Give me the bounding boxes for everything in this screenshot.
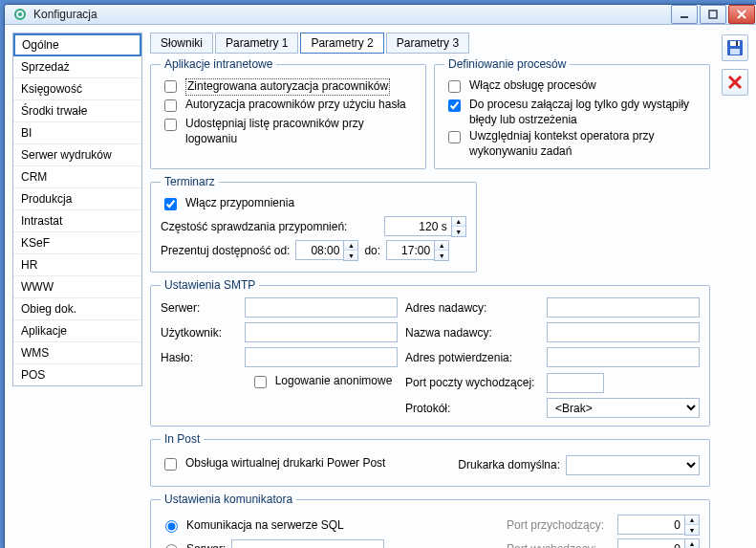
scheduler-freq-spin[interactable]: ▲▼ (384, 216, 466, 237)
inpost-printer-label: Drukarka domyślna: (458, 458, 560, 471)
sidebar-item[interactable]: CRM (13, 166, 141, 188)
messenger-server-input[interactable] (231, 539, 384, 548)
save-button[interactable] (722, 34, 748, 61)
messenger-port-out-spin[interactable]: ▲▼ (617, 538, 700, 548)
messenger-port-out-input[interactable] (617, 538, 684, 548)
smtp-sender-name-label: Nazwa nadawcy: (405, 326, 539, 340)
messenger-fieldset: Ustawienia komunikatora Komunikacja na s… (150, 493, 710, 548)
spin-up-icon[interactable]: ▲ (435, 241, 448, 251)
sidebar-item[interactable]: Aplikacje (13, 320, 141, 342)
messenger-radio-server[interactable] (165, 544, 178, 548)
scheduler-from-input[interactable] (295, 240, 343, 260)
spin-up-icon[interactable]: ▲ (344, 241, 357, 251)
processes-opt2-checkbox[interactable] (448, 99, 461, 112)
messenger-radio-sql-label: Komunikacja na serwerze SQL (186, 518, 344, 532)
smtp-sender-addr-label: Adres nadawcy: (405, 301, 539, 315)
sidebar-item[interactable]: Produkcja (13, 188, 141, 210)
sidebar-item[interactable]: POS (13, 364, 141, 385)
sidebar-item[interactable]: WMS (13, 342, 141, 364)
processes-opt3-checkbox[interactable] (448, 131, 461, 143)
spin-down-icon[interactable]: ▼ (344, 251, 357, 260)
sidebar-item[interactable]: BI (13, 122, 141, 144)
tab[interactable]: Słowniki (150, 33, 213, 54)
smtp-confirm-addr-input[interactable] (547, 347, 700, 367)
smtp-out-port-label: Port poczty wychodzącej: (405, 376, 539, 389)
spin-up-icon[interactable]: ▲ (452, 217, 465, 227)
scheduler-opt1[interactable]: Włącz przypomnienia (161, 196, 466, 213)
minimize-button[interactable] (671, 5, 698, 24)
maximize-button[interactable] (700, 5, 726, 24)
sidebar-item[interactable]: KSeF (13, 232, 141, 254)
smtp-user-label: Użytkownik: (161, 326, 237, 340)
messenger-port-in-spin[interactable]: ▲▼ (617, 515, 700, 536)
inpost-opt1-checkbox[interactable] (164, 458, 177, 471)
spin-down-icon[interactable]: ▼ (452, 227, 465, 236)
tab[interactable]: Parametry 3 (386, 33, 469, 54)
close-button[interactable] (728, 5, 755, 24)
processes-opt1-checkbox[interactable] (448, 80, 461, 93)
messenger-port-out-label: Port wychodzący: (507, 542, 612, 548)
titlebar: Konfiguracja (5, 5, 756, 25)
sidebar-item[interactable]: Księgowość (13, 78, 141, 100)
intranet-opt2-checkbox[interactable] (164, 99, 177, 112)
spin-down-icon[interactable]: ▼ (435, 251, 448, 260)
messenger-legend: Ustawienia komunikatora (161, 493, 296, 506)
inpost-opt1[interactable]: Obsługa wirtualnej drukarki Power Post (161, 456, 385, 473)
messenger-port-in-input[interactable] (617, 515, 684, 535)
processes-opt1[interactable]: Włącz obsługę procesów (444, 78, 700, 96)
smtp-fieldset: Ustawienia SMTP Serwer: Adres nadawcy: U… (150, 278, 710, 427)
smtp-sender-name-input[interactable] (547, 322, 700, 342)
intranet-opt1[interactable]: Zintegrowana autoryzacja pracowników (161, 78, 416, 96)
scheduler-freq-input[interactable] (384, 216, 451, 236)
processes-opt3[interactable]: Uwzględniaj kontekst operatora przy wyko… (444, 129, 700, 159)
messenger-radio-sql[interactable] (165, 520, 178, 533)
smtp-anon[interactable]: Logowanie anonimowe (245, 374, 398, 391)
inpost-printer-select[interactable] (566, 455, 700, 475)
intranet-opt3[interactable]: Udostępniaj listę pracowników przy logow… (161, 117, 416, 146)
close-icon (727, 75, 743, 90)
sidebar-item[interactable]: Obieg dok. (13, 298, 141, 320)
scheduler-to-input[interactable] (386, 240, 434, 260)
tab[interactable]: Parametry 1 (215, 33, 298, 54)
smtp-out-port-input[interactable] (547, 373, 604, 393)
smtp-confirm-addr-label: Adres potwierdzenia: (405, 351, 539, 364)
cancel-button[interactable] (722, 69, 748, 96)
scheduler-to-spin[interactable]: ▲▼ (386, 240, 449, 261)
tab[interactable]: Parametry 2 (300, 33, 383, 54)
sidebar-item[interactable]: Środki trwałe (13, 100, 141, 122)
intranet-opt2[interactable]: Autoryzacja pracowników przy użyciu hasł… (161, 98, 416, 115)
messenger-radio-server-label: Serwer: (186, 542, 226, 548)
sidebar-item[interactable]: HR (13, 254, 141, 276)
smtp-sender-addr-input[interactable] (547, 297, 700, 318)
svg-rect-3 (709, 11, 717, 18)
svg-point-1 (18, 12, 22, 16)
scheduler-from-spin[interactable]: ▲▼ (295, 240, 358, 261)
spin-up-icon[interactable]: ▲ (685, 539, 699, 548)
intranet-opt3-checkbox[interactable] (164, 119, 177, 131)
scheduler-to-label: do: (364, 244, 380, 257)
processes-fieldset: Definiowanie procesów Włącz obsługę proc… (434, 57, 710, 169)
tab-bar: SłownikiParametry 1Parametry 2Parametry … (150, 33, 710, 54)
processes-opt2[interactable]: Do procesu załączaj log tylko gdy wystąp… (444, 98, 700, 127)
messenger-port-in-label: Port przychodzący: (507, 518, 612, 532)
smtp-pass-input[interactable] (245, 347, 398, 367)
intranet-opt1-checkbox[interactable] (164, 80, 177, 93)
app-icon (12, 7, 28, 22)
smtp-protocol-select[interactable]: <Brak> (547, 398, 700, 418)
scheduler-opt1-checkbox[interactable] (164, 198, 177, 210)
intranet-legend: Aplikacje intranetowe (161, 57, 276, 71)
sidebar-item[interactable]: Intrastat (13, 210, 141, 232)
smtp-anon-checkbox[interactable] (254, 376, 267, 388)
scheduler-fieldset: Terminarz Włącz przypomnienia Częstość s… (150, 175, 477, 273)
smtp-protocol-label: Protokół: (405, 402, 539, 415)
svg-rect-7 (730, 41, 740, 46)
sidebar-item[interactable]: Sprzedaż (13, 56, 141, 78)
smtp-server-label: Serwer: (161, 301, 237, 315)
sidebar-item[interactable]: Ogólne (13, 33, 141, 56)
smtp-server-input[interactable] (245, 297, 398, 318)
sidebar-item[interactable]: WWW (13, 276, 141, 298)
smtp-user-input[interactable] (245, 322, 398, 342)
spin-up-icon[interactable]: ▲ (685, 515, 699, 525)
sidebar-item[interactable]: Serwer wydruków (13, 144, 141, 166)
spin-down-icon[interactable]: ▼ (685, 525, 699, 535)
